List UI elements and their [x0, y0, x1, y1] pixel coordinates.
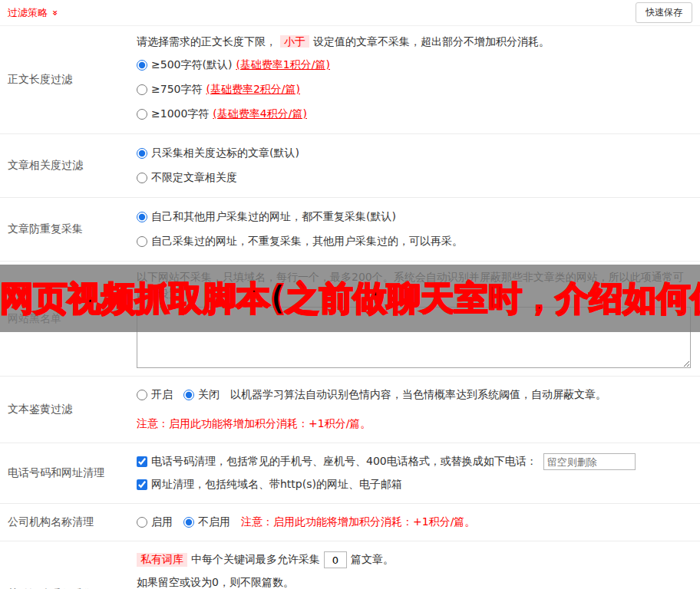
org-cost-note: 注意：启用此功能将增加积分消耗：+1积分/篇。: [241, 515, 475, 529]
url-cleanup-option[interactable]: 网址清理，包括纯域名、带http(s)的网址、电子邮箱: [137, 478, 402, 492]
dedup-option-self[interactable]: 自己采集过的网址，不重复采集，其他用户采集过的，可以再采。: [137, 229, 694, 254]
keyword-label: 关键词防重复采集: [0, 541, 137, 589]
row-relevance-filter: 文章相关度过滤 只采集相关度达标的文章(默认) 不限定文章相关度: [0, 134, 700, 198]
row-body-length-filter: 正文长度过滤 请选择需求的正文长度下限，小于设定值的文章不采集，超出部分不增加积…: [0, 26, 700, 134]
keyword-note-zero: 如果留空或设为0，则不限篇数。: [137, 571, 694, 589]
relevance-option-strict[interactable]: 只采集相关度达标的文章(默认): [137, 141, 694, 166]
length-500-fee: (基础费率1积分/篇): [236, 58, 330, 72]
keyword-limit-input[interactable]: [324, 551, 347, 568]
porn-off-radio[interactable]: [183, 390, 194, 400]
porn-off-text: 关闭: [198, 388, 220, 402]
intro-text-post: 设定值的文章不采集，超出部分不增加积分消耗。: [313, 35, 550, 48]
body-length-label: 正文长度过滤: [0, 26, 137, 133]
porn-label: 文本鉴黄过滤: [0, 377, 137, 443]
org-off-radio[interactable]: [183, 517, 194, 528]
intro-text-pre: 请选择需求的正文长度下限，: [137, 35, 276, 48]
url-cleanup-checkbox[interactable]: [137, 479, 147, 490]
row-porn-filter: 文本鉴黄过滤 开启 关闭 以机器学习算法自动识别色情内容，当色情概率达到系统阈值…: [0, 377, 700, 443]
dedup-option-global[interactable]: 自己和其他用户采集过的网址，都不重复采集(默认): [137, 205, 694, 229]
porn-desc: 以机器学习算法自动识别色情内容，当色情概率达到系统阈值，自动屏蔽文章。: [230, 388, 606, 402]
relevance-any-radio[interactable]: [137, 173, 147, 183]
dedup-self-text: 自己采集过的网址，不重复采集，其他用户采集过的，可以再采。: [151, 235, 463, 248]
dedup-self-radio[interactable]: [137, 236, 147, 247]
topbar: 过滤策略 » 快速保存: [0, 0, 700, 26]
less-than-highlight: 小于: [280, 35, 309, 48]
relevance-option-any[interactable]: 不限定文章相关度: [137, 166, 694, 190]
filter-strategy-toggle[interactable]: 过滤策略 »: [8, 6, 58, 20]
row-phone-url-cleanup: 电话号码和网址清理 电话号码清理，包括常见的手机号、座机号、400电话格式，或替…: [0, 443, 700, 504]
porn-option-off[interactable]: 关闭: [183, 388, 220, 402]
phone-cleanup-checkbox[interactable]: [137, 456, 147, 467]
relevance-strict-radio[interactable]: [137, 148, 147, 159]
length-750-fee: (基础费率2积分/篇): [206, 83, 300, 97]
porn-on-text: 开启: [151, 388, 173, 402]
relevance-label: 文章相关度过滤: [0, 134, 137, 197]
private-lexicon-link[interactable]: 私有词库: [137, 553, 187, 567]
quick-save-button[interactable]: 快速保存: [636, 2, 692, 23]
length-500-text: ≥500字符(默认): [151, 58, 232, 72]
relevance-strict-text: 只采集相关度达标的文章(默认): [151, 146, 299, 160]
keyword-limit-text: 中每个关键词最多允许采集: [191, 553, 320, 567]
length-1000-text: ≥1000字符: [151, 107, 209, 121]
row-keyword-dedup: 关键词防重复采集 私有词库 中每个关键词最多允许采集 篇文章。 如果留空或设为0…: [0, 541, 700, 589]
length-750-radio[interactable]: [137, 84, 147, 95]
dedup-global-radio[interactable]: [137, 212, 147, 222]
row-org-cleanup: 公司机构名称清理 启用 不启用 注意：启用此功能将增加积分消耗：+1积分/篇。: [0, 504, 700, 541]
row-dedup-filter: 文章防重复采集 自己和其他用户采集过的网址，都不重复采集(默认) 自己采集过的网…: [0, 198, 700, 262]
relevance-any-text: 不限定文章相关度: [151, 171, 237, 185]
phone-replacement-input[interactable]: [543, 453, 636, 470]
watermark-text: 网页视频抓取脚本(之前做聊天室时，介绍如何使: [0, 276, 700, 321]
length-option-750[interactable]: ≥750字符 (基础费率2积分/篇): [137, 77, 694, 102]
org-on-radio[interactable]: [137, 517, 147, 528]
watermark-overlay: 网页视频抓取脚本(之前做聊天室时，介绍如何使: [0, 265, 700, 332]
keyword-limit-unit: 篇文章。: [351, 553, 394, 567]
org-option-on[interactable]: 启用: [137, 515, 173, 529]
url-cleanup-text: 网址清理，包括纯域名、带http(s)的网址、电子邮箱: [151, 478, 402, 492]
phone-cleanup-text: 电话号码清理，包括常见的手机号、座机号、400电话格式，或替换成如下电话：: [151, 455, 537, 469]
phone-cleanup-line: 电话号码清理，包括常见的手机号、座机号、400电话格式，或替换成如下电话：: [137, 450, 694, 473]
org-option-off[interactable]: 不启用: [183, 515, 230, 529]
body-length-intro: 请选择需求的正文长度下限，小于设定值的文章不采集，超出部分不增加积分消耗。: [137, 33, 694, 50]
porn-on-radio[interactable]: [137, 390, 147, 400]
porn-cost-note: 注意：启用此功能将增加积分消耗：+1积分/篇。: [137, 413, 694, 436]
phone-cleanup-option[interactable]: 电话号码清理，包括常见的手机号、座机号、400电话格式，或替换成如下电话：: [137, 455, 537, 469]
length-option-500[interactable]: ≥500字符(默认) (基础费率1积分/篇): [137, 53, 694, 77]
length-1000-fee: (基础费率4积分/篇): [213, 107, 307, 121]
length-option-1000[interactable]: ≥1000字符 (基础费率4积分/篇): [137, 102, 694, 127]
page-title: 过滤策略: [8, 7, 48, 18]
org-off-text: 不启用: [198, 515, 230, 529]
length-1000-radio[interactable]: [137, 109, 147, 120]
chevron-down-icon: »: [50, 10, 61, 16]
length-500-radio[interactable]: [137, 60, 147, 71]
org-label: 公司机构名称清理: [0, 504, 137, 541]
phone-label: 电话号码和网址清理: [0, 443, 137, 503]
org-on-text: 启用: [151, 515, 173, 529]
dedup-global-text: 自己和其他用户采集过的网址，都不重复采集(默认): [151, 210, 396, 224]
dedup-label: 文章防重复采集: [0, 198, 137, 261]
url-cleanup-line: 网址清理，包括纯域名、带http(s)的网址、电子邮箱: [137, 473, 694, 496]
keyword-limit-line: 私有词库 中每个关键词最多允许采集 篇文章。: [137, 548, 694, 571]
porn-option-on[interactable]: 开启: [137, 388, 173, 402]
length-750-text: ≥750字符: [151, 83, 202, 97]
